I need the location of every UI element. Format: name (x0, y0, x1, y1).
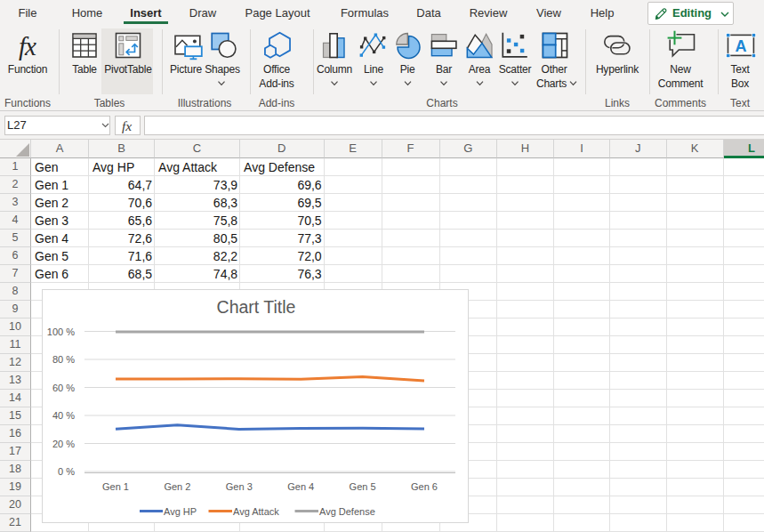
svg-text:Gen 1: Gen 1 (102, 481, 129, 492)
svg-text:Gen 5: Gen 5 (350, 481, 376, 492)
svg-text:40 %: 40 % (52, 410, 75, 421)
svg-text:Gen 3: Gen 3 (226, 481, 253, 492)
svg-text:100 %: 100 % (47, 326, 75, 337)
svg-text:Avg Attack: Avg Attack (233, 506, 279, 517)
svg-text:Chart Title: Chart Title (217, 297, 296, 317)
svg-text:Gen 6: Gen 6 (411, 481, 438, 492)
svg-text:20 %: 20 % (52, 439, 75, 449)
svg-text:0 %: 0 % (58, 466, 75, 477)
svg-text:Avg Defense: Avg Defense (319, 506, 375, 517)
svg-text:Gen 2: Gen 2 (164, 481, 190, 492)
svg-text:Avg HP: Avg HP (164, 506, 197, 517)
svg-text:Gen 4: Gen 4 (287, 481, 314, 492)
svg-text:A: A (736, 37, 747, 55)
svg-text:80 %: 80 % (52, 354, 75, 365)
svg-text:60 %: 60 % (52, 383, 75, 393)
